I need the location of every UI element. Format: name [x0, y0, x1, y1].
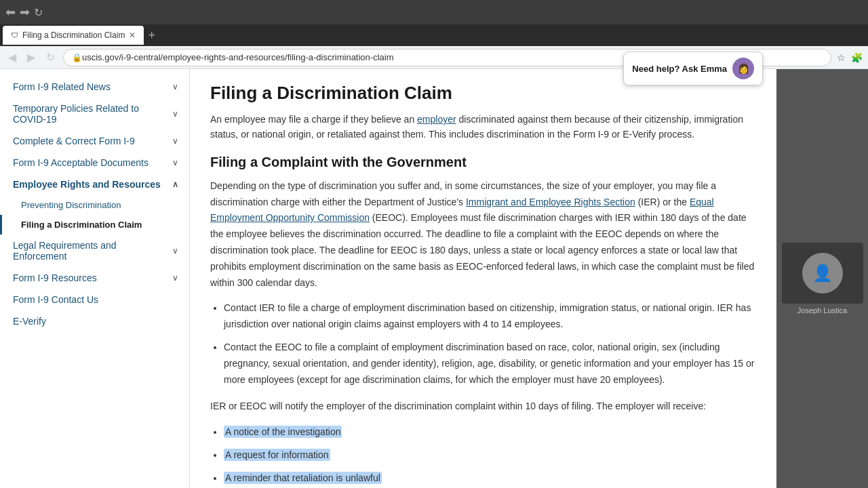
- para1-mid: (IER) or the: [635, 197, 690, 207]
- bullet-item: Contact the EEOC to file a complaint of …: [224, 340, 756, 388]
- sidebar-label: Legal Requirements and Enforcement: [13, 240, 172, 262]
- complaint-para1: Depending on the type of discrimination …: [210, 178, 756, 291]
- bullet-item: Contact IER to file a charge of employme…: [224, 300, 756, 333]
- emma-avatar: 👩: [732, 58, 754, 79]
- sidebar-item-temp-policies[interactable]: Temporary Policies Related to COVID-19 ∨: [0, 98, 189, 130]
- sidebar-subitem-label: Filing a Discrimination Claim: [21, 220, 142, 230]
- chevron-up-icon: ∧: [172, 180, 178, 189]
- main-layout: Form I-9 Related News ∨ Temporary Polici…: [0, 69, 868, 488]
- bullet-reminder: A reminder that retaliation is unlawful: [224, 470, 756, 487]
- contact-bullets: Contact IER to file a charge of employme…: [224, 300, 756, 388]
- new-tab-button[interactable]: +: [148, 28, 155, 43]
- bullet-notice: A notice of the investigation: [224, 424, 756, 441]
- sidebar-subitem-label: Preventing Discrimination: [21, 200, 121, 210]
- sidebar-item-complete-correct[interactable]: Complete & Correct Form I-9 ∨: [0, 130, 189, 152]
- video-person: 👤: [782, 243, 863, 304]
- sidebar-item-form-i9-contact[interactable]: Form I-9 Contact Us: [0, 289, 189, 310]
- sidebar-label: Employee Rights and Resources: [13, 179, 161, 190]
- sidebar-item-form-i9-news[interactable]: Form I-9 Related News ∨: [0, 76, 189, 98]
- notify-text: IER or EEOC will notify the employer of …: [210, 399, 756, 415]
- chevron-down-icon: ∨: [172, 82, 178, 92]
- sidebar-subitem-preventing-discrimination[interactable]: Preventing Discrimination: [0, 195, 189, 215]
- ier-link[interactable]: Immigrant and Employee Rights Section: [466, 197, 635, 207]
- lock-icon: 🔒: [72, 53, 82, 62]
- chevron-down-icon: ∨: [172, 246, 178, 256]
- star-icon[interactable]: ☆: [837, 52, 846, 63]
- sidebar-item-employee-rights[interactable]: Employee Rights and Resources ∧: [0, 174, 189, 195]
- complaint-section-heading: Filing a Complaint with the Government: [210, 155, 756, 170]
- sidebar: Form I-9 Related News ∨ Temporary Polici…: [0, 69, 190, 488]
- extensions-icon[interactable]: 🧩: [851, 52, 863, 63]
- sidebar-item-e-verify[interactable]: E-Verify: [0, 310, 189, 332]
- chevron-down-icon: ∨: [172, 109, 178, 119]
- sidebar-item-acceptable-docs[interactable]: Form I-9 Acceptable Documents ∨: [0, 152, 189, 174]
- content-area: Filing a Discrimination Claim An employe…: [190, 69, 776, 488]
- person-avatar: 👤: [802, 253, 843, 293]
- intro-text-1: An employee may file a charge if they be…: [210, 114, 417, 125]
- sidebar-item-form-i9-resources[interactable]: Form I-9 Resources ∨: [0, 267, 189, 289]
- sidebar-label: Form I-9 Resources: [13, 272, 97, 283]
- receive-bullets: A notice of the investigation A request …: [224, 424, 756, 486]
- chevron-down-icon: ∨: [172, 136, 178, 146]
- sidebar-label: Form I-9 Acceptable Documents: [13, 157, 149, 168]
- sidebar-subitem-filing-claim[interactable]: Filing a Discrimination Claim: [0, 215, 189, 235]
- help-bubble[interactable]: Need help? Ask Emma 👩: [623, 52, 763, 85]
- forward-button[interactable]: ▶: [24, 51, 38, 64]
- notice-highlight: A notice of the investigation: [224, 426, 342, 438]
- browser-tabs: 🛡 Filing a Discrimination Claim ✕ +: [0, 24, 868, 46]
- browser-chrome: ⬅ ➡ ↻: [0, 0, 868, 24]
- tab-label: Filing a Discrimination Claim: [22, 30, 125, 40]
- employer-link[interactable]: employer: [417, 114, 456, 125]
- sidebar-label: Complete & Correct Form I-9: [13, 136, 135, 146]
- sidebar-label: Form I-9 Related News: [13, 81, 111, 92]
- help-text: Need help? Ask Emma: [632, 64, 727, 74]
- active-tab[interactable]: 🛡 Filing a Discrimination Claim ✕: [3, 26, 144, 45]
- sidebar-label: E-Verify: [13, 316, 46, 327]
- para1-end: (EEOC). Employees must file discriminati…: [210, 212, 754, 287]
- chevron-down-icon: ∨: [172, 273, 178, 283]
- sidebar-label: Form I-9 Contact Us: [13, 294, 98, 305]
- intro-paragraph: An employee may file a charge if they be…: [210, 112, 756, 142]
- chevron-down-icon: ∨: [172, 158, 178, 167]
- bullet-request: A request for information: [224, 447, 756, 464]
- sidebar-item-legal-requirements[interactable]: Legal Requirements and Enforcement ∨: [0, 235, 189, 267]
- sidebar-label: Temporary Policies Related to COVID-19: [13, 103, 172, 125]
- reload-button[interactable]: ↻: [43, 51, 58, 64]
- video-panel: 👤 Joseph Lustica: [776, 69, 868, 488]
- back-button[interactable]: ◀: [5, 51, 19, 64]
- url-text: uscis.gov/i-9-central/employee-rights-an…: [82, 52, 394, 62]
- reminder-highlight: A reminder that retaliation is unlawful: [224, 472, 382, 484]
- person-name: Joseph Lustica: [797, 306, 847, 314]
- tab-close-icon[interactable]: ✕: [129, 30, 136, 40]
- page-title: Filing a Discrimination Claim: [210, 83, 756, 104]
- request-highlight: A request for information: [224, 449, 330, 461]
- toolbar-icons: ☆ 🧩: [837, 52, 863, 63]
